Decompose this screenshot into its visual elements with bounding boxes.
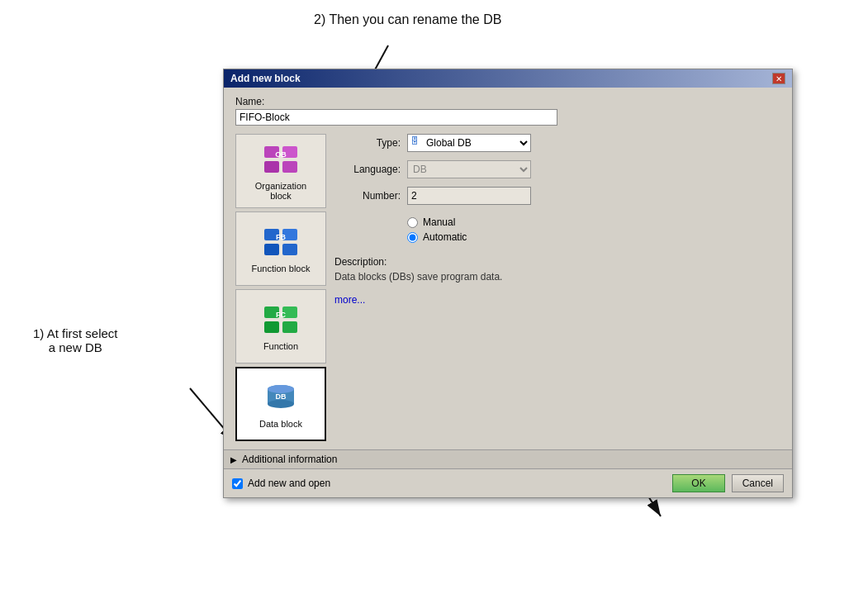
fc-label: Function <box>263 341 298 351</box>
annotation-step1: 1) At first selecta new DB <box>33 326 118 354</box>
svg-rect-8 <box>282 161 297 173</box>
dialog-close-button[interactable]: ✕ <box>772 73 785 84</box>
db-label: Data block <box>259 419 302 429</box>
ob-icon: OB <box>259 141 302 178</box>
type-label: Type: <box>334 137 401 149</box>
fb-label: Function block <box>252 264 311 273</box>
manual-radio-row: Manual <box>407 216 780 228</box>
dialog-content: OB Organizationblock FB <box>235 134 780 441</box>
right-panel: Type: 🗄 Global DB Instance DB Language: … <box>334 134 780 441</box>
add-new-open-row: Add new and open <box>232 478 330 489</box>
ob-label: Organizationblock <box>255 181 306 201</box>
fb-icon: FB <box>259 224 302 260</box>
description-text: Data blocks (DBs) save program data. <box>334 271 780 283</box>
type-row: Type: 🗄 Global DB Instance DB <box>334 134 780 152</box>
cancel-button[interactable]: Cancel <box>732 474 784 492</box>
type-select[interactable]: Global DB Instance DB <box>407 134 531 152</box>
number-label: Number: <box>334 190 401 202</box>
organization-block-item[interactable]: OB Organizationblock <box>235 134 326 208</box>
svg-text:FB: FB <box>276 233 286 241</box>
svg-rect-13 <box>282 244 297 255</box>
data-block-item[interactable]: DB Data block <box>235 367 326 441</box>
additional-info-bar[interactable]: ▶ Additional information <box>224 449 792 468</box>
expand-icon: ▶ <box>230 455 237 464</box>
more-link[interactable]: more... <box>334 294 780 306</box>
automatic-radio-row: Automatic <box>407 231 780 243</box>
svg-rect-12 <box>264 244 279 255</box>
ok-button[interactable]: OK <box>672 474 724 492</box>
name-input[interactable] <box>235 109 557 126</box>
svg-rect-7 <box>264 161 279 173</box>
svg-rect-18 <box>282 321 297 333</box>
manual-label: Manual <box>423 216 455 228</box>
annotation-step2: 2) Then you can rename the DB <box>314 12 501 27</box>
svg-text:FC: FC <box>276 311 286 319</box>
add-new-block-dialog: Add new block ✕ Name: <box>223 69 793 498</box>
language-select[interactable]: DB <box>407 160 531 178</box>
automatic-radio[interactable] <box>407 232 418 243</box>
number-input[interactable] <box>407 187 531 205</box>
manual-radio[interactable] <box>407 217 418 228</box>
function-block-item[interactable]: FB Function block <box>235 211 326 286</box>
type-select-wrapper: 🗄 Global DB Instance DB <box>407 134 531 152</box>
language-label: Language: <box>334 164 401 175</box>
name-label: Name: <box>235 96 780 107</box>
dialog-title: Add new block <box>230 73 301 84</box>
number-row: Number: <box>334 187 780 205</box>
svg-text:DB: DB <box>276 392 287 401</box>
bottom-bar: Add new and open OK Cancel <box>224 468 792 497</box>
description-label: Description: <box>334 256 780 268</box>
dialog-body: Name: OB <box>224 88 792 449</box>
button-group: OK Cancel <box>672 474 784 492</box>
description-section: Description: Data blocks (DBs) save prog… <box>334 256 780 283</box>
add-new-open-label: Add new and open <box>248 478 330 489</box>
block-list: OB Organizationblock FB <box>235 134 326 441</box>
radio-group: Manual Automatic <box>407 216 780 243</box>
automatic-label: Automatic <box>423 231 467 243</box>
db-icon-small: 🗄 <box>410 136 419 145</box>
function-item[interactable]: FC Function <box>235 289 326 364</box>
additional-info-label: Additional information <box>242 454 337 465</box>
name-section: Name: <box>235 96 780 126</box>
svg-rect-17 <box>264 321 279 333</box>
svg-text:OB: OB <box>275 150 287 159</box>
fc-icon: FC <box>259 302 302 338</box>
db-icon: DB <box>259 379 302 416</box>
language-row: Language: DB <box>334 160 780 178</box>
add-new-open-checkbox[interactable] <box>232 478 243 489</box>
svg-point-22 <box>268 400 294 408</box>
dialog-titlebar: Add new block ✕ <box>224 69 792 88</box>
